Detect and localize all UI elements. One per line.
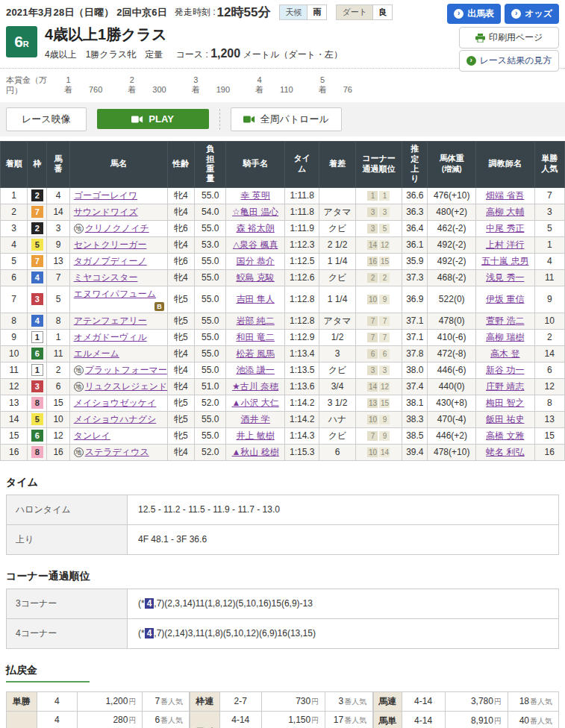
result-guide-button[interactable]: › レース結果の見方 xyxy=(459,50,559,72)
trainer-cell: 庄野 靖志 xyxy=(475,378,534,395)
jockey-link[interactable]: ★古川 奈穂 xyxy=(232,381,278,392)
horse-name-link[interactable]: エヌワイパフューム xyxy=(74,289,156,299)
jockey-link[interactable]: ☆亀田 温心 xyxy=(232,207,278,217)
odds-button[interactable]: › オッズ xyxy=(505,4,559,24)
jockey-link[interactable]: 幸 英明 xyxy=(240,190,269,201)
horse-name-link[interactable]: メイショウハナグシ xyxy=(74,414,157,424)
horse-name-link[interactable]: ゴーゴーレイワ xyxy=(74,190,137,201)
last-3f: 37.4 xyxy=(402,378,428,395)
col-jockey: 騎手名 xyxy=(226,141,285,187)
trainer-link[interactable]: 梅田 智之 xyxy=(486,398,524,408)
horse-name-link[interactable]: メイショウゼッケイ xyxy=(74,398,157,408)
body-weight: 472(-8) xyxy=(428,345,476,362)
trainer-link[interactable]: 高柳 大輔 xyxy=(486,207,524,217)
horse-name-link[interactable]: ミヤコシスター xyxy=(74,272,138,283)
jockey-link[interactable]: 和田 竜二 xyxy=(236,332,274,342)
body-weight: 476(+10) xyxy=(428,187,476,204)
horse-name-link[interactable]: クリノクノイチ xyxy=(85,223,149,233)
trainer-link[interactable]: 飯田 祐史 xyxy=(486,414,524,424)
play-button[interactable]: PLAY xyxy=(97,109,209,129)
jockey-link[interactable]: 吉田 隼人 xyxy=(236,294,274,304)
horse-name-link[interactable]: アテンフェアリー xyxy=(74,316,147,326)
margin: 3 1/2 xyxy=(319,395,355,411)
horse-name-link[interactable]: オメガドーヴィル xyxy=(74,332,147,342)
jockey-link[interactable]: 松若 風馬 xyxy=(236,348,274,359)
weather-value: 雨 xyxy=(307,5,326,19)
carried-weight: 54.0 xyxy=(195,204,226,220)
win-favorite: 12 xyxy=(534,378,564,395)
print-page-button[interactable]: 印刷用ページ xyxy=(459,27,559,48)
jockey-link[interactable]: △泉谷 楓真 xyxy=(233,239,278,250)
last-3f: 38.0 xyxy=(402,362,428,378)
entries-button[interactable]: › 出馬表 xyxy=(447,4,501,24)
jockey-cell: ★古川 奈穂 xyxy=(226,378,285,395)
horse-name-link[interactable]: エルメーム xyxy=(74,348,119,359)
trainer-link[interactable]: 新谷 功一 xyxy=(486,365,524,375)
trainer-link[interactable]: 畑端 省吾 xyxy=(486,190,524,201)
horse-number: 15 xyxy=(47,395,69,411)
patrol-video-button[interactable]: 全周パトロール xyxy=(231,107,342,131)
trainer-cell: 畑端 省吾 xyxy=(475,187,534,204)
horse-name-link[interactable]: プラットフォーマー xyxy=(85,365,167,375)
prize-item: 1着760 xyxy=(64,75,102,95)
jockey-link[interactable]: 池添 謙一 xyxy=(236,365,274,375)
horse-name-cell: サウンドワイズ xyxy=(69,204,167,220)
trainer-cell: 伊坂 重信 xyxy=(475,286,534,313)
carried-weight: 55.0 xyxy=(195,362,226,378)
horse-number: 7 xyxy=(47,269,69,286)
body-weight: 478(+10) xyxy=(428,444,476,460)
horse-row: 16816地ステラディウス牝452.0▲秋山 稔樹1:15.36101439.4… xyxy=(1,444,565,460)
carried-weight: 55.0 xyxy=(195,187,226,204)
odds-button-label: オッズ xyxy=(525,7,552,20)
horse-name-cell: タガノブディーノ xyxy=(69,253,167,269)
jockey-link[interactable]: ▲秋山 稔樹 xyxy=(232,447,279,457)
trainer-link[interactable]: 浅見 秀一 xyxy=(486,272,524,283)
body-weight: 462(-2) xyxy=(428,220,476,236)
trainer-cell: 中尾 秀正 xyxy=(475,220,534,236)
trainer-link[interactable]: 五十嵐 忠男 xyxy=(481,256,528,266)
frame-badge: 4 xyxy=(31,315,43,327)
local-horse-mark: 地 xyxy=(74,365,84,375)
trainer-link[interactable]: 中尾 秀正 xyxy=(486,223,524,233)
horse-name-link[interactable]: タガノブディーノ xyxy=(74,256,147,266)
jockey-link[interactable]: 国分 恭介 xyxy=(236,256,274,266)
finish-position: 9 xyxy=(1,329,28,345)
jockey-link[interactable]: 岩部 純二 xyxy=(236,316,274,326)
horse-name-link[interactable]: サウンドワイズ xyxy=(74,207,138,217)
chevron-right-icon: › xyxy=(511,9,521,19)
trainer-link[interactable]: 高橋 文雅 xyxy=(486,430,524,441)
trainer-link[interactable]: 上村 洋行 xyxy=(486,239,524,250)
trainer-link[interactable]: 高木 登 xyxy=(490,348,519,359)
trainer-link[interactable]: 伊坂 重信 xyxy=(486,294,524,304)
jockey-link[interactable]: 鮫島 克駿 xyxy=(236,272,274,283)
trainer-link[interactable]: 庄野 靖志 xyxy=(486,381,524,392)
horse-name-cell: アテンフェアリー xyxy=(69,313,167,329)
horse-number: 12 xyxy=(47,427,69,444)
jockey-link[interactable]: 酒井 学 xyxy=(240,414,269,424)
horse-name-link[interactable]: ステラディウス xyxy=(85,447,149,457)
jockey-link[interactable]: ▲小沢 大仁 xyxy=(232,398,279,408)
corner-section-heading: コーナー通過順位 xyxy=(6,570,559,583)
trainer-cell: 上村 洋行 xyxy=(475,236,534,253)
horse-name-link[interactable]: タンレイ xyxy=(74,430,110,441)
payout-popularity: 40番人気 xyxy=(508,712,558,728)
trainer-link[interactable]: 高柳 瑞樹 xyxy=(486,332,524,342)
video-button-strip: レース映像 PLAY 全周パトロール xyxy=(0,102,565,136)
body-weight: 480(+2) xyxy=(428,204,476,220)
jockey-link[interactable]: 井上 敏樹 xyxy=(236,430,274,441)
corner-positions: 1412 xyxy=(355,236,402,253)
trainer-link[interactable]: 萱野 浩二 xyxy=(486,316,524,326)
horse-name-link[interactable]: セントクリーガー xyxy=(74,239,147,250)
horse-name-link[interactable]: リュクスレジェンド xyxy=(85,381,168,392)
carried-weight: 55.0 xyxy=(195,427,226,444)
jockey-link[interactable]: 森 裕太朗 xyxy=(236,223,274,233)
race-video-button[interactable]: レース映像 xyxy=(6,107,87,131)
margin: 1 1/4 xyxy=(319,253,355,269)
body-weight: 430(+8) xyxy=(428,395,476,411)
win-favorite: 15 xyxy=(534,427,564,444)
horse-row: 13815メイショウゼッケイ牝552.0▲小沢 大仁1:14.23 1/2131… xyxy=(1,395,565,411)
sex-age: 牝4 xyxy=(167,204,194,220)
win-favorite: 4 xyxy=(534,253,564,269)
prize-money-label: 本賞金（万円） xyxy=(6,75,60,96)
trainer-link[interactable]: 蛯名 利弘 xyxy=(486,447,524,457)
